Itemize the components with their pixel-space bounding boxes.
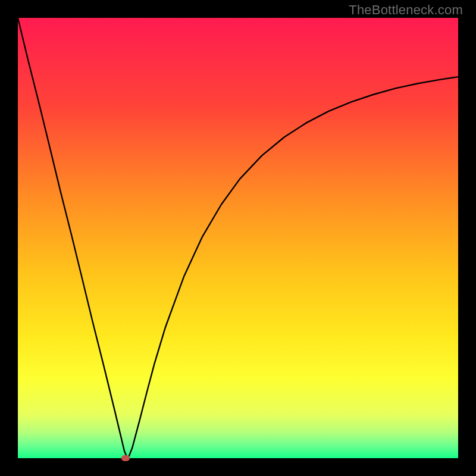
min-marker [121,455,130,461]
watermark-text: TheBottleneck.com [349,2,463,18]
chart-frame: TheBottleneck.com [0,0,476,476]
plot-area [18,18,458,458]
curve [18,18,458,458]
